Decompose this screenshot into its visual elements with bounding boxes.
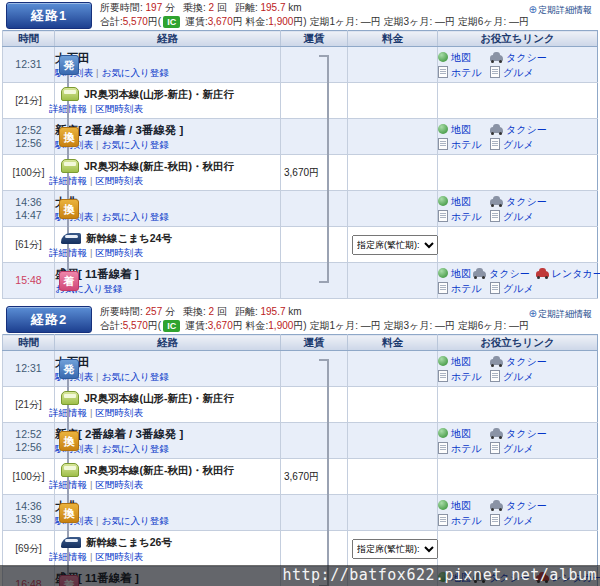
time-value: 12:56 bbox=[3, 441, 54, 454]
link-gourmet[interactable]: グルメ bbox=[490, 369, 534, 384]
link-gourmet[interactable]: グルメ bbox=[490, 281, 534, 296]
fare-cell bbox=[281, 47, 348, 83]
station-cell: 発 大石田 駅時刻表|お気に入り登録 bbox=[55, 47, 281, 83]
charge-label: 料金: bbox=[246, 320, 269, 331]
link-row: 地図タクシー bbox=[438, 498, 597, 513]
period-label: 定期6ヶ月: bbox=[455, 16, 509, 27]
links-cell: 地図タクシーホテルグルメ bbox=[438, 119, 598, 155]
link-label: タクシー bbox=[506, 426, 547, 441]
link-label: タクシー bbox=[506, 194, 547, 209]
hotel-icon bbox=[438, 442, 448, 454]
time-cell: 14:3614:47 bbox=[3, 191, 55, 227]
link-row: 地図タクシー bbox=[438, 194, 597, 209]
link-gourmet[interactable]: グルメ bbox=[490, 137, 534, 152]
leg-row: [100分] JR奥羽本線(新庄-秋田)・秋田行 詳細情報|区間時刻表 3,67… bbox=[3, 459, 598, 495]
map-icon bbox=[438, 500, 448, 510]
link-hotel[interactable]: ホテル bbox=[438, 65, 488, 80]
leg-sublink[interactable]: 区間時刻表 bbox=[95, 479, 143, 490]
link-rentacar[interactable]: レンタカー bbox=[536, 266, 600, 281]
charge-cell bbox=[348, 423, 438, 459]
leg-sublink[interactable]: 区間時刻表 bbox=[95, 247, 143, 258]
link-taxi[interactable]: タクシー bbox=[490, 354, 547, 369]
link-label: ホテル bbox=[451, 441, 482, 456]
station-sublink[interactable]: お気に入り登録 bbox=[101, 67, 168, 78]
route-header: 経路1 所要時間: 197 分乗換: 2 回距離: 195.7 km 合計:5,… bbox=[0, 0, 600, 30]
station-sublink[interactable]: お気に入り登録 bbox=[101, 443, 168, 454]
link-taxi[interactable]: タクシー bbox=[473, 266, 530, 281]
station-cell: 換 大曲 駅時刻表|お気に入り登録 bbox=[55, 495, 281, 531]
fare-label: 運賃: bbox=[182, 16, 208, 27]
station-name: 新庄[ 2番線着 / 3番線発 ] bbox=[55, 124, 280, 137]
hotel-icon bbox=[438, 282, 448, 294]
link-hotel[interactable]: ホテル bbox=[438, 369, 488, 384]
link-map[interactable]: 地図 bbox=[438, 194, 488, 209]
link-taxi[interactable]: タクシー bbox=[490, 122, 547, 137]
link-gourmet[interactable]: グルメ bbox=[490, 441, 534, 456]
train-name: JR奥羽本線(山形-新庄)・新庄行 bbox=[84, 88, 234, 101]
fare-cell bbox=[281, 495, 348, 531]
link-taxi[interactable]: タクシー bbox=[490, 50, 547, 65]
link-label: グルメ bbox=[503, 441, 534, 456]
station-marker: 発 bbox=[59, 359, 79, 379]
gourmet-icon bbox=[490, 138, 500, 150]
link-taxi[interactable]: タクシー bbox=[490, 426, 547, 441]
station-sublink[interactable]: お気に入り登録 bbox=[101, 211, 168, 222]
period-label: 定期6ヶ月: bbox=[455, 320, 509, 331]
duration-cell: [100分] bbox=[3, 155, 55, 191]
link-row: ホテルグルメ bbox=[438, 441, 597, 456]
time-cell: 12:5212:56 bbox=[3, 119, 55, 155]
link-map[interactable]: 地図 bbox=[438, 498, 488, 513]
summary-label: 所要時間: bbox=[100, 2, 146, 13]
time-cell: 12:5212:56 bbox=[3, 423, 55, 459]
link-hotel[interactable]: ホテル bbox=[438, 513, 488, 528]
station-sublink[interactable]: お気に入り登録 bbox=[101, 371, 168, 382]
leg-sublink[interactable]: 区間時刻表 bbox=[95, 407, 143, 418]
link-hotel[interactable]: ホテル bbox=[438, 281, 488, 296]
link-hotel[interactable]: ホテル bbox=[438, 209, 488, 224]
period-value: ―円 bbox=[509, 320, 529, 331]
leg-sublink[interactable]: 区間時刻表 bbox=[95, 551, 143, 562]
link-taxi[interactable]: タクシー bbox=[490, 498, 547, 513]
link-gourmet[interactable]: グルメ bbox=[490, 209, 534, 224]
seat-fare-select[interactable]: 指定席(繁忙期): bbox=[352, 539, 438, 559]
leg-cell: JR奥羽本線(新庄-秋田)・秋田行 詳細情報|区間時刻表 bbox=[55, 155, 281, 191]
fare-bracket bbox=[319, 226, 329, 263]
fare-amount: 3,670円 bbox=[284, 166, 319, 180]
charge-cell bbox=[348, 155, 438, 191]
leg-sublink[interactable]: 区間時刻表 bbox=[95, 175, 143, 186]
leg-sublink[interactable]: 区間時刻表 bbox=[95, 103, 143, 114]
link-map[interactable]: 地図 bbox=[438, 426, 488, 441]
fare-label: 運賃: bbox=[182, 320, 208, 331]
link-map[interactable]: 地図 bbox=[438, 354, 488, 369]
commuter-pass-detail-link[interactable]: ⊕定期詳細情報 bbox=[529, 4, 592, 17]
leg-sublinks: 詳細情報|区間時刻表 bbox=[49, 175, 280, 186]
link-gourmet[interactable]: グルメ bbox=[490, 65, 534, 80]
link-hotel[interactable]: ホテル bbox=[438, 137, 488, 152]
hotel-icon bbox=[438, 370, 448, 382]
time-value: 12:31 bbox=[3, 362, 54, 375]
summary-unit: 回 bbox=[214, 2, 227, 13]
commuter-pass-detail-link[interactable]: ⊕定期詳細情報 bbox=[529, 308, 592, 321]
time-value: 12:52 bbox=[3, 124, 54, 137]
link-hotel[interactable]: ホテル bbox=[438, 441, 488, 456]
station-sublink[interactable]: お気に入り登録 bbox=[101, 515, 168, 526]
fare-cell bbox=[281, 387, 348, 423]
fare-bracket bbox=[319, 530, 329, 567]
duration-cell: [21分] bbox=[3, 83, 55, 119]
time-value: 12:52 bbox=[3, 428, 54, 441]
summary-unit: km bbox=[286, 2, 302, 13]
link-taxi[interactable]: タクシー bbox=[490, 194, 547, 209]
col-header-time: 時間 bbox=[3, 335, 55, 351]
seat-fare-select[interactable]: 指定席(繁忙期): bbox=[352, 235, 438, 255]
route-summary-line: 所要時間: 197 分乗換: 2 回距離: 195.7 km bbox=[100, 1, 600, 15]
link-map[interactable]: 地図 bbox=[438, 266, 471, 281]
link-gourmet[interactable]: グルメ bbox=[490, 513, 534, 528]
station-sublink[interactable]: お気に入り登録 bbox=[101, 139, 168, 150]
link-map[interactable]: 地図 bbox=[438, 50, 488, 65]
link-map[interactable]: 地図 bbox=[438, 122, 488, 137]
summary-item: 所要時間: 197 分 bbox=[100, 2, 175, 13]
fare-cell bbox=[281, 423, 348, 459]
hotel-icon bbox=[438, 138, 448, 150]
station-cell: 着 盛岡[ 11番線着 ] お気に入り登録 bbox=[55, 263, 281, 299]
route-table: 時間 経路 運賃 料金 お役立ちリンク 12:31 発 大石田 駅時刻表|お気に… bbox=[2, 334, 598, 586]
